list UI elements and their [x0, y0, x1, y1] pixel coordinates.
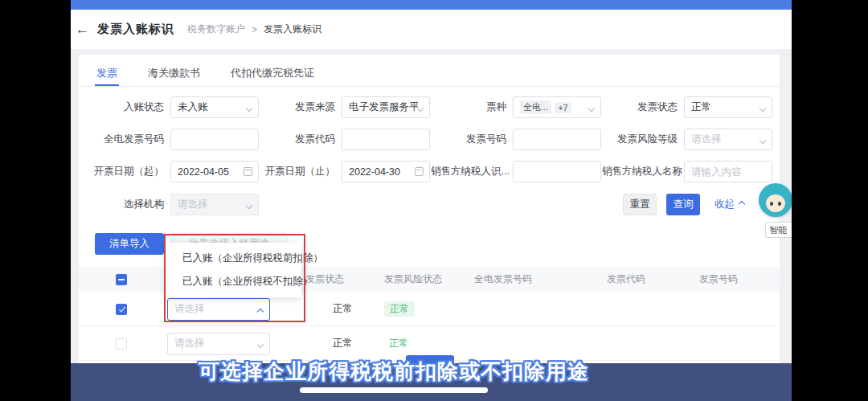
chevron-down-icon [257, 341, 264, 347]
row-risk-badge: 正常 [384, 301, 415, 317]
invoice-source-value: 电子发票服务平台 [349, 100, 418, 114]
filter-seller-name: 销售方纳税人名称 [602, 161, 773, 182]
screen: ← 发票入账标识 税务数字账户 > 发票入账标识 发票 海关缴款书 代扣代缴完税… [0, 0, 868, 401]
subtitle-text: 可选择企业所得税税前扣除或不扣除用途 [71, 358, 717, 386]
entry-status-value: 未入账 [178, 100, 208, 114]
assistant-label: 智能 [765, 222, 792, 238]
ticket-type-count-tag: +7 [555, 102, 571, 113]
tab-customs[interactable]: 海关缴款书 [146, 61, 202, 86]
query-button[interactable]: 查询 [666, 194, 700, 215]
col-risk-status: 发票风险状态 [383, 272, 473, 286]
date-start-value: 2022-04-05 [178, 166, 229, 178]
breadcrumb-root[interactable]: 税务数字账户 [187, 23, 245, 36]
video-progress-bar[interactable] [300, 387, 488, 393]
risk-level-label: 发票风险等级 [602, 133, 684, 146]
row-risk-text: 正常 [384, 338, 408, 349]
row-invoice-status: 正常 [302, 337, 383, 350]
ticket-type-multiselect[interactable]: 全电... +7 [513, 96, 601, 118]
row-usage-select[interactable]: 请选择 [167, 333, 270, 355]
breadcrumb-current: 发票入账标识 [264, 23, 321, 36]
entry-status-label: 入账状态 [88, 100, 170, 114]
organization-select[interactable]: 请选择 [170, 194, 259, 215]
table-row: 请选择 正常 正常 [79, 293, 780, 326]
filter-row-1: 入账状态 未入账 发票来源 电子发票服务平台 票种 [88, 96, 773, 118]
date-end-value: 2022-04-30 [349, 166, 400, 178]
invoice-code-input[interactable] [349, 134, 423, 145]
filter-risk-level: 发票风险等级 请选择 [602, 129, 773, 150]
main-card: 发票 海关缴款书 代扣代缴完税凭证 入账状态 未入账 发票来源 电子发 [79, 55, 780, 401]
row-usage-placeholder: 请选择 [174, 337, 205, 350]
letterbox-left [0, 0, 71, 401]
ticket-type-label: 票种 [431, 100, 513, 114]
invoice-status-select[interactable]: 正常 [684, 96, 772, 118]
app-window: ← 发票入账标识 税务数字账户 > 发票入账标识 发票 海关缴款书 代扣代缴完税… [71, 0, 792, 401]
row-checkbox[interactable] [116, 304, 127, 315]
filter-invoice-status: 发票状态 正常 [602, 96, 773, 118]
filter-date-start: 开票日期（起） 2022-04-05 [88, 161, 260, 182]
usage-dropdown-panel: 已入账（企业所得税税前扣除） 已入账（企业所得税不扣除） [165, 243, 301, 297]
collapse-label: 收起 [714, 198, 735, 211]
invoice-code-inputbox [342, 129, 430, 150]
organization-placeholder: 请选择 [178, 198, 208, 211]
row-invoice-status: 正常 [302, 302, 383, 316]
invoice-number-input[interactable] [520, 134, 594, 145]
page-header: ← 发票入账标识 税务数字账户 > 发票入账标识 [71, 10, 792, 49]
chevron-down-icon [246, 202, 252, 208]
filter-invoice-code: 发票代码 [260, 129, 431, 150]
filter-invoice-number: 发票号码 [431, 129, 602, 150]
date-end-picker[interactable]: 2022-04-30 [342, 161, 430, 182]
chevron-up-icon [739, 201, 745, 207]
filter-row-4: 选择机构 请选择 重置 查询 收起 [88, 193, 773, 215]
breadcrumb-separator-icon: > [252, 24, 257, 35]
dropdown-option-deductible[interactable]: 已入账（企业所得税税前扣除） [165, 247, 301, 270]
ticket-type-tag: 全电... [520, 100, 551, 114]
filter-ticket-type: 票种 全电... +7 [431, 96, 602, 118]
seller-name-input[interactable] [691, 166, 765, 178]
seller-taxid-input[interactable] [520, 166, 594, 178]
organization-label: 选择机构 [88, 198, 170, 211]
reset-button[interactable]: 重置 [623, 194, 657, 215]
mascot-eye-icon [770, 202, 773, 206]
chevron-up-icon [257, 308, 264, 314]
browser-top-strip [71, 0, 792, 10]
filter-seller-taxid: 销售方纳税人识... [431, 161, 602, 182]
tab-invoice[interactable]: 发票 [95, 61, 119, 86]
invoice-source-select[interactable]: 电子发票服务平台 [342, 96, 430, 118]
tab-withholding[interactable]: 代扣代缴完税凭证 [229, 61, 316, 86]
assistant-mascot[interactable]: 智能 [759, 183, 792, 244]
row-usage-select[interactable]: 请选择 [167, 298, 270, 321]
filter-row-3: 开票日期（起） 2022-04-05 开票日期（止） 2022-04-30 销售… [88, 161, 773, 182]
invoice-source-label: 发票来源 [260, 100, 342, 114]
filter-row-2: 全电发票号码 发票代码 发票号码 [88, 129, 773, 150]
filter-panel: 入账状态 未入账 发票来源 电子发票服务平台 票种 [88, 96, 773, 215]
chevron-down-icon [246, 105, 252, 112]
mascot-face [766, 194, 785, 212]
risk-level-placeholder: 请选择 [691, 133, 722, 146]
calendar-icon [415, 167, 424, 176]
invoice-number-label: 发票号码 [431, 133, 513, 146]
page-title: 发票入账标识 [97, 22, 174, 37]
chevron-down-icon [417, 105, 424, 112]
seller-name-inputbox [684, 161, 772, 182]
back-arrow-icon[interactable]: ← [76, 22, 89, 38]
collapse-link[interactable]: 收起 [714, 198, 744, 211]
breadcrumb: 税务数字账户 > 发票入账标识 [187, 23, 321, 36]
date-start-picker[interactable]: 2022-04-05 [170, 161, 259, 182]
row-checkbox[interactable] [116, 338, 127, 350]
letterbox-right [792, 0, 868, 401]
einvoice-number-label: 全电发票号码 [88, 133, 170, 146]
col-invoice-status: 发票状态 [302, 272, 383, 286]
date-start-label: 开票日期（起） [88, 165, 170, 178]
entry-status-select[interactable]: 未入账 [170, 96, 259, 118]
chevron-down-icon [760, 137, 766, 144]
einvoice-number-input[interactable] [178, 134, 252, 145]
invoice-code-label: 发票代码 [260, 133, 342, 146]
filter-date-end: 开票日期（止） 2022-04-30 [260, 161, 431, 182]
col-einvoice-number: 全电发票号码 [473, 272, 605, 286]
col-invoice-number: 发票号码 [698, 272, 778, 286]
select-all-checkbox[interactable] [116, 274, 127, 285]
risk-level-select[interactable]: 请选择 [684, 129, 772, 150]
filter-invoice-source: 发票来源 电子发票服务平台 [260, 96, 431, 118]
dropdown-option-nondeductible[interactable]: 已入账（企业所得税不扣除） [165, 270, 301, 293]
list-import-button[interactable]: 清单导入 [95, 233, 164, 255]
